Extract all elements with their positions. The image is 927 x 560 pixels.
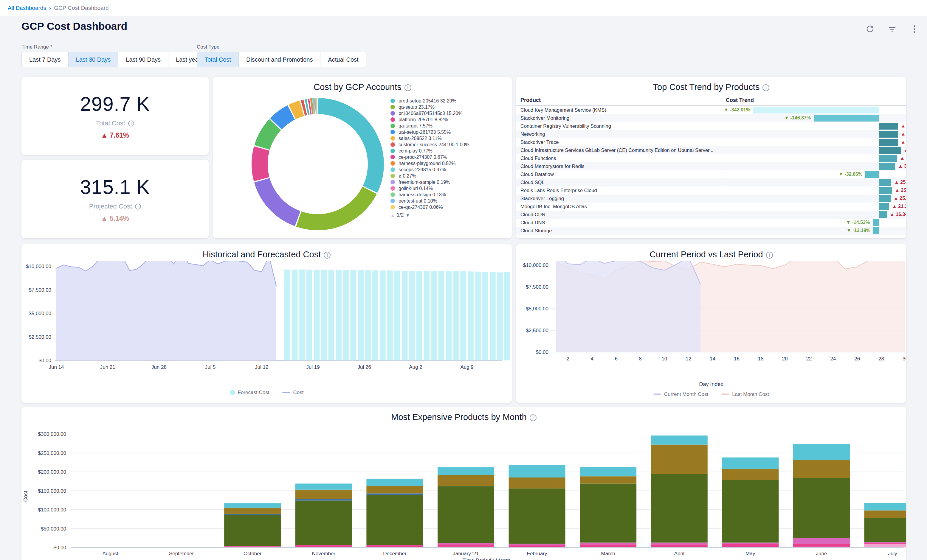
forecast-bar[interactable]: [505, 272, 510, 360]
legend-item-last-month[interactable]: Last Month Cost: [721, 392, 769, 398]
table-row[interactable]: Container Registry Vulnerability Scannin…: [516, 122, 906, 130]
stacked-bar-segment[interactable]: [722, 480, 778, 543]
stacked-bar-segment[interactable]: [295, 501, 352, 545]
donut-legend-item[interactable]: uat-setup-261723 5.55%: [391, 129, 507, 135]
info-icon[interactable]: i: [404, 84, 411, 91]
table-row[interactable]: Redis Labs Redis Enterprise Cloud▲ 25.38…: [516, 187, 906, 194]
stacked-bar-segment[interactable]: [651, 545, 708, 548]
donut-segment[interactable]: [311, 106, 313, 107]
cost-type-option[interactable]: Actual Cost: [321, 52, 366, 67]
forecast-bar[interactable]: [343, 270, 349, 360]
stacked-bar-segment[interactable]: [722, 543, 778, 544]
donut-legend-item[interactable]: prod-setup-205416 32.29%: [391, 98, 507, 104]
stacked-bar-segment[interactable]: [509, 489, 565, 543]
donut-segment[interactable]: [292, 108, 302, 112]
forecast-bar[interactable]: [416, 271, 422, 361]
table-row[interactable]: MongoDB Inc. MongoDB Atlas▲ 21.37%: [516, 203, 906, 211]
gcp-accounts-donut-chart[interactable]: [249, 97, 387, 234]
donut-legend-item[interactable]: platform-205701 8.82%: [391, 117, 507, 123]
stacked-bar-segment[interactable]: [793, 460, 850, 478]
historical-forecast-chart[interactable]: $0.00$2,500.00$5,000.00$7,500.00$10,000.…: [21, 261, 512, 374]
stacked-bar-segment[interactable]: [295, 490, 352, 499]
forecast-bar[interactable]: [284, 270, 290, 360]
stacked-bar-segment[interactable]: [224, 515, 281, 546]
forecast-bar[interactable]: [358, 270, 364, 360]
stacked-bar-segment[interactable]: [224, 503, 281, 508]
donut-legend-item[interactable]: sales-209522 3.11%: [391, 135, 507, 141]
page-down-icon[interactable]: ▼: [406, 213, 410, 218]
forecast-bar[interactable]: [292, 270, 298, 360]
donut-segment[interactable]: [276, 112, 291, 124]
filter-icon[interactable]: [887, 24, 897, 34]
forecast-bar[interactable]: [306, 270, 312, 360]
donut-legend-item[interactable]: pentest-uat 0.10%: [391, 198, 507, 204]
stacked-bar-segment[interactable]: [366, 545, 423, 548]
legend-item-cost[interactable]: Cost: [282, 390, 304, 396]
cost-type-option[interactable]: Discount and Promotions: [239, 52, 321, 67]
stacked-bar-segment[interactable]: [438, 543, 494, 545]
info-icon[interactable]: i: [766, 252, 773, 258]
stacked-bar-segment[interactable]: [509, 478, 565, 489]
donut-legend-item[interactable]: ø 0.27%: [391, 173, 507, 179]
stacked-bar-segment[interactable]: [295, 545, 352, 548]
forecast-bar[interactable]: [475, 272, 481, 360]
forecast-bar[interactable]: [387, 270, 393, 360]
stacked-bar-segment[interactable]: [865, 543, 906, 544]
stacked-bar-segment[interactable]: [438, 475, 494, 486]
table-row[interactable]: Cloud Key Management Service (KMS)▼ -342…: [516, 106, 906, 114]
table-row[interactable]: Stackdriver Trace▲ 100.00%: [516, 138, 906, 146]
cost-type-option[interactable]: Total Cost: [197, 52, 239, 67]
stacked-bar-segment[interactable]: [722, 544, 778, 548]
table-row[interactable]: Cloud CDN▲ 16.34%: [516, 211, 906, 219]
table-row[interactable]: Networking▲ 100.00%: [516, 130, 906, 138]
stacked-bar-segment[interactable]: [366, 486, 423, 493]
stacked-bar-segment[interactable]: [366, 493, 423, 495]
forecast-bar[interactable]: [402, 271, 408, 360]
time-range-option[interactable]: Last 90 Days: [119, 52, 169, 67]
forecast-bar[interactable]: [445, 271, 451, 360]
stacked-bar-segment[interactable]: [651, 543, 708, 545]
stacked-bar-segment[interactable]: [651, 436, 708, 445]
donut-segment[interactable]: [299, 190, 369, 222]
donut-legend-item[interactable]: ccm-play 0.77%: [391, 148, 507, 154]
donut-legend-item[interactable]: harness-design 0.13%: [391, 191, 507, 198]
table-row[interactable]: Cloud SQL▲ 25.70%: [516, 178, 906, 187]
stacked-bar-segment[interactable]: [580, 467, 637, 477]
donut-legend-item[interactable]: ce-qa-274307 0.06%: [391, 204, 507, 210]
stacked-bar-segment[interactable]: [438, 486, 494, 543]
donut-legend-item[interactable]: golink-url 0.14%: [391, 185, 507, 191]
donut-segment[interactable]: [262, 180, 298, 219]
donut-segment[interactable]: [262, 124, 275, 147]
stacked-bar-segment[interactable]: [295, 499, 352, 501]
forecast-bar[interactable]: [468, 272, 474, 360]
column-header-product[interactable]: Product: [520, 97, 541, 103]
donut-legend-item[interactable]: secops-239815 0.37%: [391, 167, 507, 173]
info-icon[interactable]: i: [128, 121, 134, 127]
forecast-bar[interactable]: [328, 270, 334, 360]
forecast-bar[interactable]: [497, 273, 503, 361]
donut-segment[interactable]: [306, 107, 308, 107]
stacked-bar-segment[interactable]: [793, 478, 850, 538]
stacked-bar-segment[interactable]: [224, 508, 281, 514]
info-icon[interactable]: i: [763, 84, 769, 91]
stacked-bar-segment[interactable]: [722, 458, 778, 469]
stacked-bar-segment[interactable]: [865, 511, 906, 518]
forecast-bar[interactable]: [299, 270, 305, 360]
stacked-bar-segment[interactable]: [509, 543, 565, 545]
monthly-products-chart[interactable]: $0.00$50,000.00$100,000.00$150,000.00$20…: [21, 422, 906, 560]
stacked-bar-segment[interactable]: [295, 483, 352, 489]
donut-segment[interactable]: [260, 149, 262, 179]
forecast-bar[interactable]: [460, 272, 466, 360]
refresh-icon[interactable]: [865, 24, 875, 34]
time-range-option[interactable]: Last 7 Days: [22, 52, 68, 67]
period-compare-chart[interactable]: $0.00$2,500.00$5,000.00$7,500.00$10,000.…: [516, 261, 906, 380]
more-menu-icon[interactable]: [909, 24, 919, 34]
stacked-bar-segment[interactable]: [651, 445, 708, 474]
stacked-bar-segment[interactable]: [438, 545, 494, 547]
table-row[interactable]: Stackdriver Monitoring▼ -146.37%: [516, 114, 906, 122]
stacked-bar-segment[interactable]: [580, 483, 637, 542]
stacked-bar-segment[interactable]: [865, 543, 906, 548]
stacked-bar-segment[interactable]: [793, 538, 850, 543]
page-up-icon[interactable]: ▲: [391, 213, 395, 218]
donut-legend-item[interactable]: qa-setup 23.17%: [391, 104, 507, 110]
